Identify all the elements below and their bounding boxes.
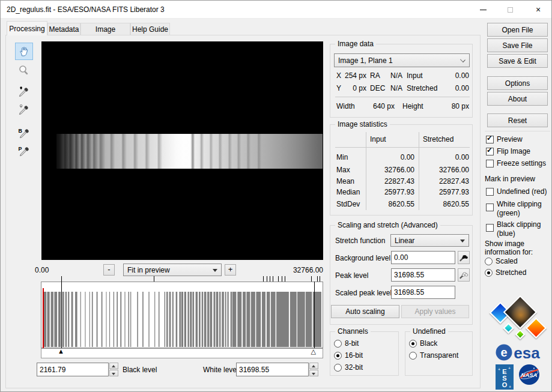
black-level-picker-tool-button[interactable]: B (16, 125, 32, 140)
flip-image-checkbox[interactable]: ✓ Flip Image (486, 147, 530, 156)
open-file-button[interactable]: Open File (487, 23, 548, 37)
preview-image[interactable] (41, 41, 323, 260)
apply-values-button[interactable]: Apply values (401, 305, 469, 318)
radio-icon (485, 258, 493, 265)
white-dropper-icon (18, 104, 30, 116)
peak-picker-tool-button[interactable] (16, 102, 32, 117)
radio-8bit-label: 8-bit (345, 339, 359, 348)
tab-image-headers[interactable]: Image Headers (80, 23, 130, 35)
stat-row-stretched: 25977.93 (416, 188, 469, 196)
radio-icon (334, 364, 342, 372)
stretch-function-dropdown[interactable]: Linear (390, 234, 469, 247)
freeze-settings-checkbox-label: Freeze settings (497, 159, 546, 168)
stat-row-input: 8620.55 (357, 200, 414, 208)
black-level-marker-line[interactable] (61, 276, 62, 351)
histogram-zoom-mode-dropdown[interactable]: Fit in preview (123, 264, 222, 276)
radio-undefined-transparent[interactable]: Transparent (409, 351, 458, 360)
close-icon: × (536, 5, 541, 14)
radio-32bit-label: 32-bit (345, 363, 363, 372)
freeze-settings-checkbox[interactable]: ✓ Freeze settings (486, 159, 546, 168)
radio-8bit[interactable]: 8-bit (334, 339, 359, 348)
zoom-tool-button[interactable] (17, 63, 31, 77)
white-level-label: White level (203, 366, 238, 374)
scaled-peak-level-input[interactable] (391, 286, 455, 299)
x-value: 254 px (338, 71, 366, 80)
tab-processing[interactable]: Processing (7, 21, 47, 35)
height-label: Height (402, 102, 423, 110)
minimize-button[interactable] (470, 1, 497, 19)
stats-col-input: Input (370, 135, 386, 143)
black-level-handle[interactable]: ▲ (58, 347, 64, 355)
dec-value: N/A (378, 84, 402, 92)
peak-level-label: Peak level (335, 271, 368, 280)
hand-tool-button[interactable] (15, 43, 33, 60)
histogram-zoom-out-button[interactable]: - (103, 264, 115, 276)
plane-selector-dropdown[interactable]: Image 1, Plane 1 (334, 53, 470, 67)
stat-row-label: Mean (336, 177, 354, 185)
white-level-spinner[interactable] (309, 363, 318, 376)
radio-icon (409, 352, 417, 360)
svg-text:NASA: NASA (521, 372, 538, 378)
radio-icon (485, 269, 493, 277)
histogram-zoom-mode-value: Fit in preview (127, 266, 170, 274)
black-level-spinner[interactable] (109, 363, 118, 376)
stat-row-input: 32766.00 (357, 166, 414, 174)
preview-checkbox[interactable]: ✓ Preview (486, 135, 523, 144)
save-edit-button[interactable]: Save & Edit (487, 54, 548, 68)
minimize-icon (480, 10, 487, 10)
show-info-title: Show image information for: (485, 240, 547, 256)
radio-stretched-label: Stretched (496, 268, 526, 277)
black-level-input[interactable] (37, 363, 109, 376)
window-title: 2D_regulus.fit - ESA/ESO/NASA FITS Liber… (7, 5, 165, 14)
radio-transparent-label: Transparent (420, 351, 458, 360)
plane-selector-value: Image 1, Plane 1 (338, 56, 393, 65)
radio-32bit[interactable]: 32-bit (334, 363, 363, 372)
white-level-marker-line[interactable] (314, 282, 315, 349)
tab-metadata[interactable]: Metadata (47, 23, 80, 35)
level-slider-track[interactable] (41, 348, 323, 358)
close-button[interactable]: × (524, 1, 552, 19)
histogram-max-label: 32766.00 (287, 266, 323, 274)
stretch-function-value: Linear (395, 237, 414, 245)
peak-level-input[interactable] (391, 268, 455, 282)
esa-logo: e esa (494, 343, 544, 362)
checkmark-icon: ✓ (487, 146, 493, 154)
mark-in-preview-title: Mark in preview (485, 175, 535, 183)
about-button[interactable]: About (487, 92, 548, 106)
radio-black-label: Black (420, 339, 437, 348)
auto-scaling-button[interactable]: Auto scaling (331, 305, 399, 318)
background-level-input[interactable] (391, 251, 455, 264)
white-clipping-checkbox[interactable]: ✓ White clipping (green) (486, 200, 547, 218)
save-file-button[interactable]: Save File (487, 38, 548, 52)
background-picker-button[interactable] (458, 251, 470, 264)
white-level-picker-tool-button[interactable]: P (16, 143, 32, 158)
radio-16bit[interactable]: 16-bit (334, 351, 363, 360)
histogram-plot[interactable] (41, 282, 323, 348)
white-level-handle[interactable]: △ (311, 347, 315, 355)
stat-row-stretched: 32766.00 (416, 166, 469, 174)
histogram-bars (41, 282, 323, 348)
radio-scaled[interactable]: Scaled (485, 257, 518, 266)
peak-picker-button[interactable] (458, 268, 470, 282)
nasa-logo: NASA (518, 364, 540, 385)
white-level-input[interactable] (236, 363, 309, 376)
tab-help-guide[interactable]: Help Guide (130, 23, 170, 35)
black-clipping-checkbox[interactable]: ✓ Black clipping (blue) (486, 220, 547, 238)
background-picker-tool-button[interactable] (16, 84, 32, 99)
reset-button[interactable]: Reset (487, 113, 548, 127)
stretched-value: 0.00 (422, 84, 469, 92)
image-statistics-group: Image statistics Input Stretched Min 0.0… (330, 124, 473, 216)
radio-stretched[interactable]: Stretched (485, 268, 526, 277)
ra-value: N/A (378, 71, 402, 80)
checkbox-icon: ✓ (486, 148, 494, 155)
radio-undefined-black[interactable]: Black (409, 339, 437, 348)
svg-text:esa: esa (514, 344, 540, 362)
histogram-zoom-in-button[interactable]: + (225, 264, 236, 276)
stat-row-label: Max (336, 166, 350, 174)
undefined-red-checkbox[interactable]: ✓ Undefined (red) (486, 187, 547, 196)
maximize-button[interactable] (497, 1, 524, 19)
hand-icon (18, 46, 30, 58)
options-button[interactable]: Options (487, 76, 548, 90)
histogram-zone: ▲ △ (41, 276, 323, 359)
stat-row-input: 25977.93 (357, 188, 414, 196)
